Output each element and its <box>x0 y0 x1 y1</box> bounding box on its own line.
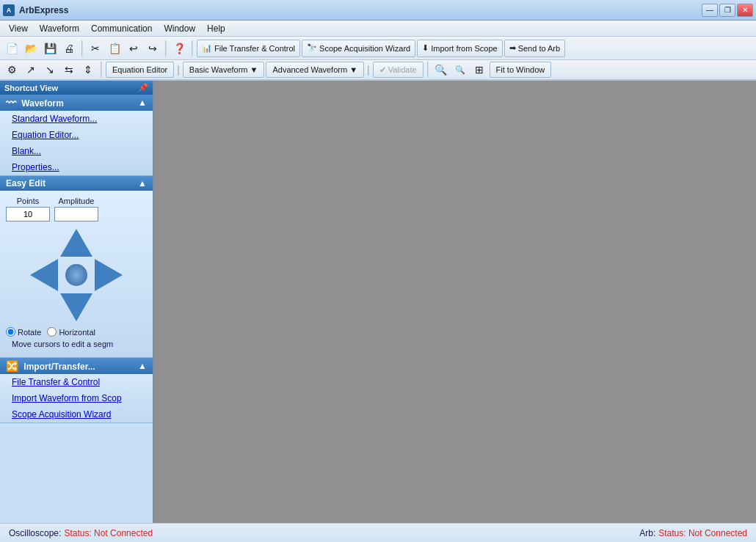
advanced-waveform-button[interactable]: Advanced Waveform ▼ <box>266 62 364 78</box>
open-button[interactable]: 📂 <box>22 40 40 57</box>
blank-link[interactable]: Blank... <box>0 143 153 159</box>
undo-button[interactable]: ↩ <box>125 40 142 57</box>
app-title: ArbExpress <box>19 5 68 15</box>
tb-separator-2 <box>165 40 167 56</box>
waveform-section-title: Waveform <box>21 98 64 109</box>
import-icon: 🔀 <box>6 360 18 372</box>
restore-button[interactable]: ❐ <box>719 4 735 17</box>
tb2-separator-1 <box>101 62 102 78</box>
scope-wizard-label: Scope Acquisition Wizard <box>319 44 410 53</box>
title-bar-controls: — ❐ ✕ <box>702 4 753 17</box>
cut-button[interactable]: ✂ <box>87 40 104 57</box>
import-section-title: Import/Transfer... <box>23 362 95 372</box>
rotate-radio[interactable] <box>6 327 15 337</box>
diamond-right-button[interactable] <box>95 259 123 291</box>
sidebar-section-easy-edit: Easy Edit ▲ Points Amplitude <box>0 176 153 358</box>
equation-editor-button[interactable]: Equation Editor <box>106 62 174 78</box>
save-button[interactable]: 💾 <box>41 40 59 57</box>
copy-button[interactable]: 📋 <box>106 40 123 57</box>
menu-communication[interactable]: Communication <box>85 22 158 35</box>
menu-view[interactable]: View <box>3 22 34 35</box>
minimize-button[interactable]: — <box>702 4 718 17</box>
tb-separator-1 <box>81 40 83 56</box>
equation-editor-label: Equation Editor <box>112 65 167 74</box>
scope-wizard-button[interactable]: 🔭 Scope Acquisition Wizard <box>302 40 415 57</box>
menu-bar: View Waveform Communication Window Help <box>0 21 756 37</box>
easy-edit-section-header[interactable]: Easy Edit ▲ <box>0 176 153 191</box>
tool-3[interactable]: ↘ <box>41 61 59 78</box>
advanced-waveform-arrow: ▼ <box>349 65 357 74</box>
diamond-left-button[interactable] <box>30 259 58 291</box>
sidebar-section-waveform: 〰 Waveform ▲ Standard Waveform... Equati… <box>0 95 153 176</box>
scope-acquisition-link[interactable]: Scope Acquisition Wizard <box>0 406 153 422</box>
sidebar-pin-icon[interactable]: 📌 <box>138 83 148 92</box>
tool-5[interactable]: ⇕ <box>79 61 97 78</box>
waveform-section-header[interactable]: 〰 Waveform ▲ <box>0 95 153 111</box>
menu-waveform[interactable]: Waveform <box>34 22 85 35</box>
basic-waveform-button[interactable]: Basic Waveform ▼ <box>183 62 265 78</box>
tool-1[interactable]: ⚙ <box>3 61 21 78</box>
basic-waveform-label: Basic Waveform <box>189 65 248 74</box>
toolbar-main: 📄 📂 💾 🖨 ✂ 📋 ↩ ↪ ❓ 📊 File Transfer & Cont… <box>0 37 756 60</box>
points-label: Points <box>17 197 40 205</box>
arb-status: Status: Not Connected <box>658 528 747 538</box>
standard-waveform-link[interactable]: Standard Waveform... <box>0 111 153 127</box>
file-transfer-label: File Transfer & Control <box>214 44 295 53</box>
file-transfer-button[interactable]: 📊 File Transfer & Control <box>197 40 300 57</box>
radio-row: Rotate Horizontal <box>6 327 147 337</box>
import-from-scope-button[interactable]: ⬇ Import from Scope <box>417 40 502 57</box>
amplitude-input[interactable] <box>54 207 98 221</box>
oscilloscope-status: Status: Not Connected <box>64 528 153 538</box>
oscilloscope-status-item: Oscilloscope: Status: Not Connected <box>9 528 153 538</box>
rotate-radio-label[interactable]: Rotate <box>6 327 41 337</box>
new-button[interactable]: 📄 <box>3 40 21 57</box>
sidebar-header: Shortcut View 📌 <box>0 81 153 95</box>
diamond-center-button[interactable] <box>65 264 87 286</box>
horizontal-radio[interactable] <box>47 327 57 337</box>
amplitude-label: Amplitude <box>59 197 95 205</box>
fit-to-window-button[interactable]: Fit to Window <box>490 62 552 78</box>
file-transfer-icon: 📊 <box>202 43 212 53</box>
import-section-header[interactable]: 🔀 Import/Transfer... ▲ <box>0 358 153 374</box>
print-button[interactable]: 🖨 <box>60 40 78 57</box>
send-arb-icon: ➡ <box>509 43 516 53</box>
sidebar-header-title: Shortcut View <box>4 84 58 92</box>
easy-edit-fields: Points Amplitude <box>6 197 147 221</box>
properties-link[interactable]: Properties... <box>0 159 153 175</box>
validate-button[interactable]: ✔ Validate <box>373 62 424 78</box>
import-scope-icon: ⬇ <box>422 43 429 53</box>
zoom-box-button[interactable]: ⊞ <box>470 61 488 78</box>
waveform-icon: 〰 <box>6 97 16 109</box>
points-field: Points <box>6 197 50 221</box>
points-input[interactable] <box>6 207 50 221</box>
zoom-in-button[interactable]: 🔍 <box>432 61 450 78</box>
diamond-down-button[interactable] <box>60 293 92 321</box>
close-button[interactable]: ✕ <box>737 4 753 17</box>
easy-edit-collapse-icon: ▲ <box>138 178 147 188</box>
tb-separator-3 <box>192 40 193 56</box>
help-button[interactable]: ❓ <box>170 40 188 57</box>
import-from-scope-label: Import from Scope <box>431 44 497 53</box>
arb-label: Arb: <box>639 528 655 538</box>
send-to-arb-label: Send to Arb <box>518 44 561 53</box>
tool-2[interactable]: ↗ <box>22 61 40 78</box>
diamond-up-button[interactable] <box>60 229 92 257</box>
import-links: File Transfer & Control Import Waveform … <box>0 374 153 422</box>
amplitude-field: Amplitude <box>54 197 98 221</box>
equation-editor-link[interactable]: Equation Editor... <box>0 127 153 143</box>
send-to-arb-button[interactable]: ➡ Send to Arb <box>504 40 566 57</box>
zoom-out-button[interactable]: 🔍 <box>451 61 469 78</box>
canvas-area <box>154 81 756 523</box>
redo-button[interactable]: ↪ <box>144 40 161 57</box>
menu-help[interactable]: Help <box>201 22 231 35</box>
tool-4[interactable]: ⇆ <box>60 61 78 78</box>
import-waveform-link[interactable]: Import Waveform from Scop <box>0 390 153 406</box>
menu-window[interactable]: Window <box>158 22 201 35</box>
fit-to-window-label: Fit to Window <box>496 65 545 74</box>
horizontal-radio-label[interactable]: Horizontal <box>47 327 95 337</box>
diamond-control <box>29 227 124 323</box>
title-bar: A ArbExpress — ❐ ✕ <box>0 0 756 21</box>
waveform-collapse-icon: ▲ <box>138 98 147 108</box>
file-transfer-control-link[interactable]: File Transfer & Control <box>0 374 153 390</box>
toolbar-secondary: ⚙ ↗ ↘ ⇆ ⇕ Equation Editor | Basic Wavefo… <box>0 60 756 81</box>
